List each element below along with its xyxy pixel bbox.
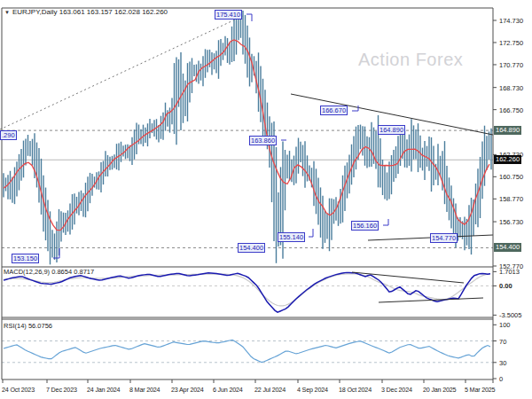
date-label: 5 Mar 2025 bbox=[465, 386, 495, 394]
date-label: 7 Dec 2023 bbox=[46, 386, 77, 394]
date-label: 8 Mar 2024 bbox=[129, 386, 160, 394]
price-axis-tick: 158.770 bbox=[499, 195, 523, 203]
rsi-axis-label: 100 bbox=[499, 321, 511, 329]
macd-axis-label: 1.7013 bbox=[499, 268, 520, 276]
rsi-axis-label: 70 bbox=[499, 338, 506, 346]
date-label: 18 Oct 2024 bbox=[339, 386, 372, 394]
rsi-indicator-label: RSI(14) 56.0756 bbox=[4, 322, 52, 330]
rsi-axis-label: 30 bbox=[499, 359, 506, 367]
watermark: Action Forex bbox=[358, 50, 463, 70]
macd-indicator-label: MACD(12,26,9) 0.8654 0.8717 bbox=[4, 268, 94, 276]
date-label: 6 Jun 2024 bbox=[213, 386, 243, 394]
date-label: 22 Jul 2024 bbox=[254, 386, 286, 394]
chart-window: ▼EURJPY,Daily 163.061 163.157 162.028 16… bbox=[0, 0, 532, 399]
annotation-price-box: 154.400 bbox=[238, 243, 265, 253]
price-axis-tick: 172.750 bbox=[499, 39, 523, 47]
annotation-price-box: 155.140 bbox=[278, 232, 305, 242]
price-axis-tick: 168.730 bbox=[499, 84, 523, 92]
date-label: 23 Apr 2024 bbox=[171, 386, 204, 394]
annotation-price-box: 164.890 bbox=[378, 125, 405, 135]
price-axis-tick: 156.730 bbox=[499, 218, 523, 226]
level-price-box: 154.400 bbox=[494, 243, 521, 252]
date-label: 3 Dec 2024 bbox=[381, 386, 412, 394]
rsi-axis-label: 0 bbox=[499, 375, 503, 383]
annotation-price-box: 163.860 bbox=[249, 136, 277, 145]
date-label: 24 Oct 2023 bbox=[2, 386, 35, 394]
level-price-box: 164.890 bbox=[494, 126, 521, 135]
current-price-box: 162.260 bbox=[494, 155, 521, 164]
price-axis-tick: 170.770 bbox=[499, 61, 523, 69]
annotation-price-box: 175.410 bbox=[215, 10, 242, 20]
symbol-title-bar[interactable]: ▼EURJPY,Daily 163.061 163.157 162.028 16… bbox=[4, 8, 168, 16]
symbol-ohlc-title: EURJPY,Daily 163.061 163.157 162.028 162… bbox=[12, 8, 168, 16]
annotation-price-box: 166.670 bbox=[320, 106, 348, 115]
date-label: 4 Sep 2024 bbox=[297, 386, 328, 394]
price-axis-tick: 174.730 bbox=[499, 17, 523, 25]
chevron-down-icon[interactable]: ▼ bbox=[4, 10, 10, 15]
macd-axis-label: -3.5005 bbox=[499, 311, 521, 319]
date-label: 20 Jan 2025 bbox=[423, 386, 456, 394]
date-label: 24 Jan 2024 bbox=[87, 386, 120, 394]
annotation-price-box: 154.770 bbox=[430, 233, 458, 243]
price-axis-tick: 166.750 bbox=[499, 106, 523, 114]
annotation-price-box: 153.150 bbox=[12, 254, 39, 263]
annotation-price-box: .290 bbox=[0, 130, 17, 140]
price-axis-tick: 160.750 bbox=[499, 173, 523, 181]
annotation-price-box: 156.160 bbox=[351, 221, 379, 231]
macd-axis-label: 0.00 bbox=[499, 282, 512, 290]
